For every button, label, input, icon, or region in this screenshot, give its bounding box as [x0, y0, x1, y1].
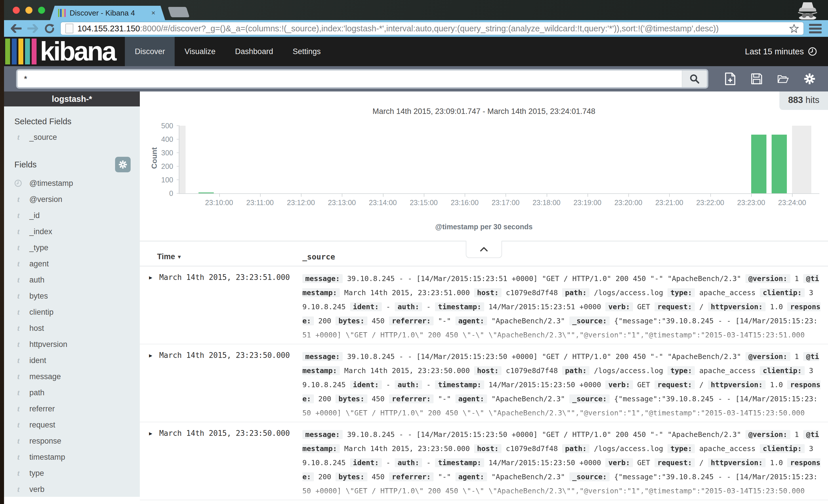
- field-label: message: [29, 372, 61, 381]
- histogram-partial-bucket[interactable]: [179, 126, 185, 193]
- field-item-httpversion[interactable]: thttpversion: [4, 336, 140, 352]
- forward-icon[interactable]: [27, 23, 39, 34]
- field-label: timestamp: [29, 453, 65, 462]
- field-key-chip: clientip:: [760, 366, 804, 375]
- row-time-cell: ▶March 14th 2015, 23:23:51.000: [140, 271, 302, 342]
- window-minimize-button[interactable]: [25, 7, 33, 14]
- field-label: verb: [29, 485, 45, 494]
- field-key-chip: _source:: [569, 394, 610, 403]
- tab-dashboard[interactable]: Dashboard: [225, 37, 283, 66]
- expand-caret-icon[interactable]: ▶: [149, 271, 152, 283]
- field-item-timestamp[interactable]: @timestamp: [4, 175, 140, 191]
- field-label: _source: [29, 133, 57, 142]
- field-key-chip: ident:: [350, 380, 382, 389]
- field-item-type[interactable]: ttype: [4, 465, 140, 481]
- field-item-bytes[interactable]: tbytes: [4, 288, 140, 304]
- query-actions: [724, 73, 815, 85]
- field-key-chip: host:: [474, 444, 501, 453]
- field-item-clientip[interactable]: tclientip: [4, 304, 140, 320]
- field-key-chip: bytes:: [335, 317, 367, 325]
- field-key-chip: agent:: [455, 472, 487, 481]
- menu-icon[interactable]: [809, 24, 822, 33]
- field-item-timestamp[interactable]: ttimestamp: [4, 449, 140, 465]
- x-tick-mark: [669, 193, 670, 197]
- tab-settings[interactable]: Settings: [283, 37, 331, 66]
- tab-close-icon[interactable]: ×: [151, 9, 155, 17]
- field-key-chip: verb:: [605, 458, 633, 467]
- url-text[interactable]: 104.155.231.150:8000/#/discover?_g=()&_a…: [77, 24, 785, 33]
- search-button[interactable]: [682, 71, 707, 87]
- url-bar[interactable]: 104.155.231.150:8000/#/discover?_g=()&_a…: [60, 22, 804, 35]
- histogram-partial-bucket[interactable]: [792, 126, 811, 193]
- field-item-referrer[interactable]: treferrer: [4, 401, 140, 417]
- field-key-chip: auth:: [395, 302, 422, 311]
- field-item-id[interactable]: t_id: [4, 207, 140, 223]
- field-item-version[interactable]: t@version: [4, 191, 140, 207]
- field-item-type[interactable]: t_type: [4, 240, 140, 256]
- timepicker-button[interactable]: Last 15 minutes: [745, 37, 828, 66]
- field-item-verb[interactable]: tverb: [4, 481, 140, 497]
- x-tick-label: 23:16:00: [451, 199, 479, 207]
- field-key-chip: timestamp:: [435, 380, 484, 389]
- table-row: ▶March 14th 2015, 23:23:50.000message: 3…: [140, 500, 828, 504]
- field-key-chip: bytes:: [335, 394, 367, 403]
- tab-discover[interactable]: Discover: [125, 37, 175, 66]
- histogram-bar[interactable]: [199, 193, 214, 193]
- field-item-message[interactable]: tmessage: [4, 369, 140, 385]
- histogram-bar[interactable]: [751, 135, 767, 193]
- x-tick-label: 23:13:00: [328, 199, 356, 207]
- field-label: bytes: [29, 292, 48, 301]
- x-tick-label: 23:12:00: [287, 199, 315, 207]
- window-close-button[interactable]: [13, 7, 20, 14]
- tab-visualize[interactable]: Visualize: [175, 37, 225, 66]
- field-item-index[interactable]: t_index: [4, 223, 140, 240]
- field-item-auth[interactable]: tauth: [4, 272, 140, 288]
- main-nav: DiscoverVisualizeDashboardSettings: [125, 37, 330, 66]
- x-tick-label: 23:21:00: [655, 199, 683, 207]
- field-item-ident[interactable]: tident: [4, 352, 140, 369]
- field-item-request[interactable]: trequest: [4, 417, 140, 433]
- chart-table-divider: [140, 241, 828, 241]
- field-label: path: [29, 388, 45, 397]
- star-icon[interactable]: [789, 24, 799, 33]
- fields-settings-button[interactable]: [115, 157, 131, 172]
- back-icon[interactable]: [10, 23, 22, 34]
- documents-table: Time▾ _source ▶March 14th 2015, 23:23:51…: [140, 247, 828, 504]
- kibana-logo-stripes: [5, 39, 37, 65]
- gear-icon[interactable]: [804, 73, 815, 85]
- text-field-icon: t: [14, 308, 23, 317]
- field-item-agent[interactable]: tagent: [4, 256, 140, 272]
- save-icon[interactable]: [751, 73, 762, 85]
- reload-icon[interactable]: [44, 23, 55, 34]
- open-folder-icon[interactable]: [777, 73, 789, 85]
- text-field-icon: t: [14, 405, 23, 413]
- y-tick-label: 300: [161, 149, 173, 157]
- field-label: type: [29, 469, 44, 478]
- field-item-path[interactable]: tpath: [4, 385, 140, 401]
- field-item-source[interactable]: t_source: [4, 129, 140, 145]
- field-label: @version: [29, 195, 62, 204]
- column-header-time[interactable]: Time▾: [140, 252, 302, 261]
- expand-caret-icon[interactable]: ▶: [149, 349, 152, 361]
- expand-caret-icon[interactable]: ▶: [149, 427, 152, 439]
- browser-tab[interactable]: Discover - Kibana 4 ×: [50, 6, 165, 20]
- window-zoom-button[interactable]: [38, 7, 45, 14]
- chevron-up-icon[interactable]: [466, 241, 502, 258]
- field-item-host[interactable]: thost: [4, 320, 140, 336]
- field-key-chip: @version:: [745, 274, 790, 283]
- field-key-chip: clientip:: [760, 288, 804, 297]
- column-header-source[interactable]: _source: [302, 252, 335, 261]
- kibana-logo-text: kibana: [40, 39, 115, 65]
- x-tick-mark: [301, 193, 301, 197]
- text-field-icon: t: [14, 340, 23, 349]
- field-label: request: [29, 421, 55, 429]
- histogram-bar[interactable]: [772, 135, 787, 193]
- field-label: referrer: [29, 405, 55, 413]
- index-pattern-title[interactable]: logstash-*: [4, 91, 140, 107]
- new-tab-button[interactable]: [168, 7, 190, 17]
- field-key-chip: auth:: [395, 458, 422, 467]
- search-input[interactable]: [17, 71, 682, 87]
- text-field-icon: t: [14, 133, 23, 142]
- field-item-response[interactable]: tresponse: [4, 433, 140, 449]
- new-document-icon[interactable]: [724, 73, 736, 85]
